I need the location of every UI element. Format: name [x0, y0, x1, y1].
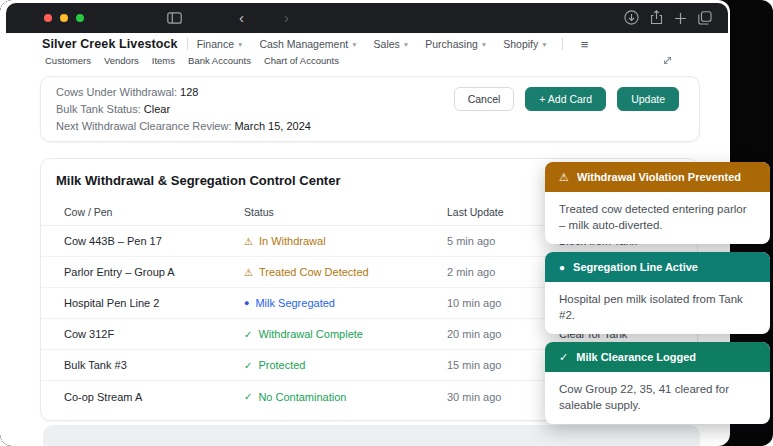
add-card-button[interactable]: + Add Card	[525, 87, 606, 111]
new-tab-icon[interactable]	[674, 11, 687, 29]
cow-pen-cell: Bulk Tank #3	[64, 359, 244, 371]
page-footer-strip	[43, 425, 700, 446]
browser-titlebar: ‹ ›	[6, 3, 728, 33]
status-icon: ✓	[244, 360, 252, 371]
nav-menu-item[interactable]: Purchasing▼	[425, 38, 487, 50]
nav-menu-item[interactable]: Cash Management▼	[259, 38, 357, 50]
check-icon	[559, 351, 568, 364]
status-cell: ⚠ In Withdrawal	[244, 235, 447, 247]
download-icon[interactable]	[624, 10, 639, 29]
toast-header: Segregation Line Active	[545, 252, 770, 282]
close-window-button[interactable]	[44, 14, 52, 22]
toast-withdrawal-violation: Withdrawal Violation Prevented Treated c…	[545, 162, 770, 244]
brand-name: Silver Creek Livestock	[42, 37, 178, 51]
status-icon: ✓	[244, 329, 252, 340]
column-header: Cow / Pen	[64, 206, 244, 218]
toast-title: Milk Clearance Logged	[576, 351, 696, 363]
status-cell: ● Milk Segregated	[244, 297, 447, 309]
chevron-down-icon: ▼	[237, 41, 243, 48]
cow-pen-cell: Co-op Stream A	[64, 391, 244, 403]
hamburger-menu-icon[interactable]: ≡	[581, 37, 589, 52]
desktop-background: ‹ ›	[0, 0, 773, 446]
update-button[interactable]: Update	[617, 87, 679, 111]
last-update-cell: 10 min ago	[447, 297, 559, 309]
status-label: In Withdrawal	[259, 235, 326, 247]
cow-pen-cell: Parlor Entry – Group A	[64, 266, 244, 278]
column-header: Status	[244, 206, 447, 218]
traffic-lights	[44, 14, 84, 22]
cow-pen-cell: Cow 312F	[64, 328, 244, 340]
withdrawal-summary-card: Cows Under Withdrawal:128 Bulk Tank Stat…	[40, 76, 700, 142]
status-label: Milk Segregated	[255, 297, 335, 309]
subnav-item[interactable]: Chart of Accounts	[264, 55, 339, 66]
tab-overview-icon[interactable]	[698, 11, 712, 29]
summary-field: Next Withdrawal Clearance Review:March 1…	[56, 120, 311, 133]
toast-clearance-logged: Milk Clearance Logged Cow Group 22, 35, …	[545, 342, 770, 424]
chevron-down-icon: ▼	[481, 41, 487, 48]
nav-menu-item[interactable]: Shopify▼	[503, 38, 547, 50]
toast-title: Withdrawal Violation Prevented	[577, 171, 741, 183]
dot-icon	[559, 261, 565, 273]
status-label: Treated Cow Detected	[259, 266, 369, 278]
status-icon: ⚠	[244, 267, 253, 278]
last-update-cell: 2 min ago	[447, 266, 559, 278]
divider	[187, 38, 188, 50]
subnav-item[interactable]: Items	[152, 55, 175, 66]
sidebar-toggle-icon[interactable]	[167, 12, 182, 24]
status-cell: ✓ Withdrawal Complete	[244, 328, 447, 340]
toast-message: Cow Group 22, 35, 41 cleared for saleabl…	[545, 372, 770, 424]
expand-icon[interactable]	[662, 52, 673, 70]
status-cell: ✓ No Contamination	[244, 391, 447, 403]
cow-pen-cell: Hospital Pen Line 2	[64, 297, 244, 309]
warning-triangle-icon	[559, 171, 569, 184]
status-cell: ⚠ Treated Cow Detected	[244, 266, 447, 278]
toast-message: Hospital pen milk isolated from Tank #2.	[545, 282, 770, 334]
share-icon[interactable]	[650, 10, 663, 29]
nav-menu-item[interactable]: Finance▼	[197, 38, 244, 50]
summary-fields: Cows Under Withdrawal:128 Bulk Tank Stat…	[56, 84, 311, 134]
status-label: Protected	[258, 359, 305, 371]
divider	[562, 38, 563, 50]
status-cell: ✓ Protected	[244, 359, 447, 371]
toast-header: Milk Clearance Logged	[545, 342, 770, 372]
subnav-item[interactable]: Customers	[45, 55, 91, 66]
toast-segregation-active: Segregation Line Active Hospital pen mil…	[545, 252, 770, 334]
subnav-item[interactable]: Bank Accounts	[188, 55, 251, 66]
main-nav: Finance▼ Cash Management▼ Sales▼ Purchas…	[197, 38, 548, 50]
nav-menu-item[interactable]: Sales▼	[374, 38, 410, 50]
status-icon: ●	[244, 298, 249, 308]
last-update-cell: 15 min ago	[447, 359, 559, 371]
back-icon[interactable]: ‹	[239, 10, 244, 26]
chevron-down-icon: ▼	[541, 41, 547, 48]
cow-pen-cell: Cow 443B – Pen 17	[64, 235, 244, 247]
toast-message: Treated cow detected entering parlor – m…	[545, 192, 770, 244]
last-update-cell: 30 min ago	[447, 391, 559, 403]
toast-header: Withdrawal Violation Prevented	[545, 162, 770, 192]
summary-field: Bulk Tank Status:Clear	[56, 103, 311, 116]
status-label: Withdrawal Complete	[258, 328, 363, 340]
status-icon: ⚠	[244, 236, 253, 247]
subnav-item[interactable]: Vendors	[104, 55, 139, 66]
last-update-cell: 20 min ago	[447, 328, 559, 340]
forward-icon[interactable]: ›	[284, 10, 289, 26]
chevron-down-icon: ▼	[403, 41, 409, 48]
zoom-window-button[interactable]	[76, 14, 84, 22]
sub-navbar: Customers Vendors Items Bank Accounts Ch…	[0, 52, 730, 68]
status-label: No Contamination	[258, 391, 346, 403]
status-icon: ✓	[244, 391, 252, 402]
cancel-button[interactable]: Cancel	[454, 87, 515, 111]
summary-actions: Cancel + Add Card Update	[454, 84, 679, 134]
column-header: Last Update	[447, 206, 559, 218]
last-update-cell: 5 min ago	[447, 235, 559, 247]
toast-title: Segregation Line Active	[573, 261, 698, 273]
chevron-down-icon: ▼	[351, 41, 357, 48]
minimize-window-button[interactable]	[60, 14, 68, 22]
summary-field: Cows Under Withdrawal:128	[56, 86, 311, 99]
